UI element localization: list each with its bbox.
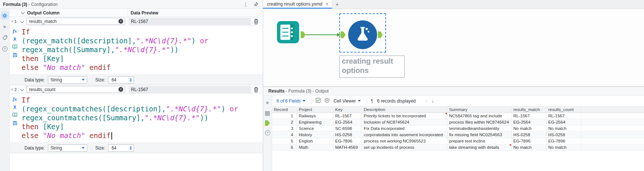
- size-input[interactable]: 64: [108, 144, 134, 152]
- table-row[interactable]: 1RailwaysRL-1567Priority tickets to be i…: [272, 113, 644, 119]
- collapse-chevron-icon[interactable]: [21, 11, 25, 14]
- data-type-select[interactable]: String: [48, 144, 87, 152]
- table-cell[interactable]: No match: [511, 125, 546, 132]
- drag-handle-icon[interactable]: ≡: [11, 87, 13, 91]
- spinner-icon[interactable]: [130, 78, 132, 82]
- formula-code[interactable]: If(regex_countmatches([description],".*N…: [22, 95, 262, 142]
- scroll-down-icon[interactable]: ↓: [431, 98, 434, 104]
- grid-icon[interactable]: [264, 110, 271, 117]
- table-cell[interactable]: NC5847865 tag and include: [447, 113, 511, 119]
- columns-icon[interactable]: X: [13, 37, 16, 42]
- table-cell[interactable]: HS-0258: [546, 132, 581, 138]
- tab-close-icon[interactable]: ×: [326, 1, 328, 7]
- table-cell[interactable]: Fix Data incorporated: [362, 125, 447, 132]
- table-cell[interactable]: set up incidents of process: [362, 144, 447, 151]
- clear-icon[interactable]: ×: [118, 87, 123, 92]
- table-cell[interactable]: RL-1567: [511, 113, 546, 119]
- column-header[interactable]: results_count: [546, 107, 581, 113]
- workflow-canvas[interactable]: creating result options: [263, 9, 644, 87]
- column-header[interactable]: Description: [362, 107, 447, 113]
- table-cell[interactable]: 6: [272, 144, 297, 151]
- list-icon[interactable]: ≡: [1, 23, 9, 30]
- help-icon[interactable]: ?: [1, 45, 9, 53]
- functions-icon[interactable]: fx: [13, 96, 17, 102]
- table-cell[interactable]: RL-1567: [546, 113, 581, 119]
- fields-dropdown[interactable]: 6 of 6 Fields: [277, 98, 308, 104]
- library-icon[interactable]: [12, 113, 17, 118]
- formula-editor[interactable]: fx X If(regex_countmatches([description]…: [10, 94, 263, 143]
- table-cell[interactable]: EG-2564: [333, 119, 362, 125]
- list-icon[interactable]: ≡: [264, 99, 271, 106]
- data-type-select[interactable]: String: [48, 76, 87, 84]
- formula-code[interactable]: If(regex_match([description],".*NC\d{7}.…: [22, 27, 262, 74]
- table-cell[interactable]: Math: [297, 144, 333, 151]
- table-cell[interactable]: Priority tickets to be incorporated: [362, 113, 447, 119]
- table-cell[interactable]: 5: [272, 138, 297, 144]
- table-cell[interactable]: lake streaming with details: [447, 144, 511, 151]
- columns-icon[interactable]: X: [13, 105, 16, 110]
- column-header[interactable]: results_match: [511, 107, 546, 113]
- cell-viewer-dropdown[interactable]: Cell Viewer: [333, 98, 363, 104]
- formula-editor[interactable]: fx X If(regex_match([description],".*NC\…: [10, 26, 263, 75]
- clear-filter-icon[interactable]: [324, 98, 330, 104]
- scroll-up-icon[interactable]: ↑: [425, 98, 428, 104]
- output-anchor-icon[interactable]: [301, 31, 305, 38]
- table-cell[interactable]: 1: [272, 113, 297, 119]
- table-cell[interactable]: MATH-4569: [333, 144, 362, 151]
- size-input[interactable]: 64: [108, 76, 134, 84]
- table-cell[interactable]: process not working NC9965523: [362, 138, 447, 144]
- table-cell[interactable]: Inclusion of NC8745624: [362, 119, 447, 125]
- table-cell[interactable]: 3: [272, 125, 297, 132]
- clear-icon[interactable]: ×: [118, 19, 123, 24]
- table-cell[interactable]: EG-7896: [333, 138, 362, 144]
- table-row[interactable]: 6MathMATH-4569set up incidents of proces…: [272, 144, 644, 151]
- table-cell[interactable]: 2: [272, 119, 297, 125]
- drag-handle-icon[interactable]: ≡: [11, 19, 13, 23]
- table-cell[interactable]: Railways: [297, 113, 333, 119]
- column-header[interactable]: Summary: [447, 107, 511, 113]
- table-cell[interactable]: EG-2564: [546, 119, 581, 125]
- paragraph-icon[interactable]: ¶: [371, 98, 373, 104]
- pin-icon[interactable]: [254, 2, 258, 7]
- functions-icon[interactable]: fx: [13, 28, 17, 34]
- table-cell[interactable]: Science: [297, 125, 333, 132]
- table-cell[interactable]: English: [297, 138, 333, 144]
- table-cell[interactable]: terminatedteamhasidentity: [447, 125, 511, 132]
- table-cell[interactable]: No match: [546, 125, 581, 132]
- table-cell[interactable]: RL-1567: [333, 113, 362, 119]
- table-cell[interactable]: prepare test incline: [447, 138, 511, 144]
- spinner-icon[interactable]: [130, 146, 132, 150]
- table-cell[interactable]: corporatedata into assement incorporated: [362, 132, 447, 138]
- formula-tool[interactable]: [348, 20, 377, 49]
- table-cell[interactable]: No match: [546, 144, 581, 151]
- table-cell[interactable]: EG-7896: [511, 138, 546, 144]
- library-icon[interactable]: [12, 44, 17, 50]
- table-cell[interactable]: HS-0258: [511, 132, 546, 138]
- table-row[interactable]: 4HistoryHS-0258corporatedata into asseme…: [272, 132, 644, 138]
- gear-icon[interactable]: [1, 12, 9, 19]
- save-expression-icon[interactable]: [13, 121, 17, 127]
- expand-chevron-icon[interactable]: [20, 20, 24, 23]
- table-cell[interactable]: EG-2564: [511, 119, 546, 125]
- delete-expression-button[interactable]: [251, 19, 261, 24]
- column-header[interactable]: Project: [297, 107, 333, 113]
- table-cell[interactable]: process files within NC8745624: [447, 119, 511, 125]
- new-tab-button[interactable]: +: [332, 0, 342, 9]
- table-row[interactable]: 3ScienceSC-6598Fix Data incorporatedterm…: [272, 125, 644, 132]
- output-column-input[interactable]: results_match ×: [26, 18, 125, 25]
- table-cell[interactable]: No match: [511, 144, 546, 151]
- table-cell[interactable]: 4: [272, 132, 297, 138]
- table-cell[interactable]: Engineering: [297, 119, 333, 125]
- edit-fields-icon[interactable]: [316, 98, 321, 104]
- table-cell[interactable]: History: [297, 132, 333, 138]
- tool-annotation-label[interactable]: creating result options: [339, 56, 405, 78]
- delete-expression-button[interactable]: [251, 87, 261, 93]
- tag-icon[interactable]: [1, 34, 9, 41]
- output-column-input[interactable]: results_count ×: [26, 86, 125, 93]
- help-icon[interactable]: ?: [264, 129, 271, 137]
- expand-chevron-icon[interactable]: [20, 88, 24, 91]
- record-indicator-icon[interactable]: [265, 120, 270, 126]
- more-options-icon[interactable]: ⋮: [243, 1, 248, 7]
- table-cell[interactable]: HS-0258: [333, 132, 362, 138]
- column-header[interactable]: Record: [272, 107, 297, 113]
